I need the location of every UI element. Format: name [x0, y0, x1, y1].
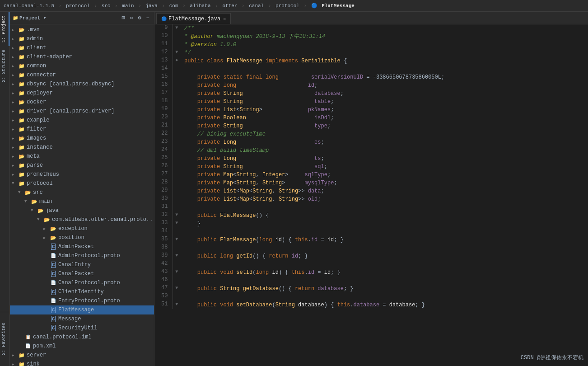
- tree-item[interactable]: ▼📂java: [10, 206, 154, 215]
- tab-close-button[interactable]: ✕: [223, 16, 226, 22]
- breadcrumb-item[interactable]: protocol: [275, 3, 299, 9]
- tree-arrow: ▶: [12, 127, 18, 132]
- tree-item[interactable]: 📄pom.xml: [10, 342, 154, 351]
- tree-arrow: ▶: [43, 226, 50, 231]
- tree-item[interactable]: ▶📁connector: [10, 70, 154, 80]
- fold-indicator[interactable]: ▼: [173, 285, 181, 293]
- code-content: private long id;: [181, 81, 588, 89]
- fold-indicator[interactable]: ▼: [173, 220, 181, 228]
- breadcrumb-item[interactable]: main: [122, 3, 134, 9]
- breadcrumb-item[interactable]: canal-canal-1.1.5: [4, 3, 54, 9]
- tree-label: docker: [27, 99, 46, 105]
- tree-icon-folder-blue: 📁: [18, 63, 25, 69]
- fold-indicator: [173, 81, 181, 89]
- tree-item[interactable]: 📄AdminProtocol.proto: [10, 251, 154, 260]
- tree-item[interactable]: ▶📂exception: [10, 224, 154, 233]
- fold-indicator[interactable]: ▼: [173, 268, 181, 277]
- tree-icon-folder: 📂: [37, 207, 44, 214]
- tree-item[interactable]: ▶📁admin: [10, 34, 154, 43]
- tree-icon-folder-blue: 📁: [18, 144, 25, 150]
- breadcrumb-item[interactable]: otter: [222, 3, 237, 9]
- breadcrumb-sep: ›: [182, 3, 188, 9]
- breadcrumb-item[interactable]: canal: [249, 3, 264, 9]
- tree-item[interactable]: ▶📁common: [10, 61, 154, 70]
- tree-item[interactable]: ▶📁dbsync [canal.parse.dbsync]: [10, 80, 154, 89]
- tree-item[interactable]: 📄EntryProtocol.proto: [10, 296, 154, 305]
- tree-item[interactable]: ▶📁prometheus: [10, 170, 154, 179]
- code-content: * @author machengyuan 2018-9-13 下午10:31:…: [181, 33, 588, 41]
- line-number: 35: [154, 236, 173, 244]
- tree-item[interactable]: ▶📁sink: [10, 360, 154, 366]
- fold-indicator[interactable]: ▼: [173, 236, 181, 244]
- line-number: 31: [154, 203, 173, 211]
- line-number: 30: [154, 195, 173, 203]
- tree-item[interactable]: ▼📂main: [10, 197, 154, 206]
- scroll-to-source-button[interactable]: ⇔: [128, 14, 135, 22]
- breadcrumb-item[interactable]: com: [169, 3, 178, 9]
- tree-item[interactable]: ▶📂images: [10, 134, 154, 143]
- tree-item[interactable]: ▶📂meta: [10, 152, 154, 161]
- tree-item[interactable]: ▶📂position: [10, 233, 154, 242]
- fold-indicator[interactable]: ▼: [173, 24, 181, 33]
- fold-indicator[interactable]: ▼: [173, 252, 181, 260]
- vtab-structure[interactable]: 2: Structure: [0, 46, 9, 86]
- tab-flatmessage[interactable]: 🔵 FlatMessage.java ✕: [156, 13, 231, 24]
- tree-item[interactable]: ▶📁filter: [10, 125, 154, 134]
- tree-item[interactable]: ▶📂docker: [10, 98, 154, 107]
- tree-icon-folder-blue: 📁: [18, 352, 25, 358]
- tree-item[interactable]: ▶📁client-adapter: [10, 52, 154, 61]
- tree-item[interactable]: ▶📁instance: [10, 143, 154, 152]
- breadcrumb-sep: ›: [115, 3, 121, 9]
- tree-item[interactable]: ▶📁deployer: [10, 89, 154, 98]
- code-content: /**: [181, 24, 588, 33]
- settings-button[interactable]: ⚙: [136, 14, 143, 22]
- tree-label: CanalEntry: [58, 262, 91, 268]
- tree-item[interactable]: ▶📁example: [10, 116, 154, 125]
- fold-indicator[interactable]: ▼: [173, 301, 181, 309]
- line-number: 21: [154, 122, 173, 130]
- tree-item[interactable]: ▶📂.mvn: [10, 25, 154, 34]
- fold-indicator[interactable]: ▼: [173, 49, 181, 57]
- project-tree: ▶📂.mvn▶📁admin▶📁client▶📁client-adapter▶📁c…: [10, 24, 154, 366]
- tree-label: main: [39, 198, 52, 205]
- code-content: * @version 1.0.0: [181, 41, 588, 49]
- breadcrumb-item[interactable]: src: [102, 3, 111, 9]
- code-editor[interactable]: 9▼/**10 * @author machengyuan 2018-9-13 …: [154, 24, 588, 366]
- breadcrumb-item[interactable]: alibaba: [190, 3, 210, 9]
- fold-indicator[interactable]: ●: [173, 57, 181, 65]
- tree-label: images: [27, 135, 46, 141]
- breadcrumb-sep: ›: [215, 3, 221, 9]
- close-panel-button[interactable]: −: [144, 14, 151, 22]
- code-row: 34: [154, 228, 588, 236]
- tree-item[interactable]: CMessage: [10, 314, 154, 324]
- tree-icon-xml: 📄: [24, 343, 32, 349]
- code-content: [181, 65, 588, 73]
- tree-item[interactable]: CAdminPacket: [10, 242, 154, 251]
- tree-item[interactable]: ▶📁client: [10, 43, 154, 52]
- tree-item[interactable]: CClientIdentity: [10, 287, 154, 296]
- tree-item[interactable]: CCanalPacket: [10, 269, 154, 278]
- fold-indicator[interactable]: ▼: [173, 211, 181, 220]
- tree-item[interactable]: CFlatMessage: [10, 305, 154, 314]
- tree-item[interactable]: ▶📁parse: [10, 161, 154, 170]
- tree-item[interactable]: 📄CanalProtocol.proto: [10, 278, 154, 287]
- breadcrumb-item[interactable]: protocol: [66, 3, 90, 9]
- breadcrumb-sep: ›: [242, 3, 247, 9]
- vtab-project[interactable]: 1: Project: [0, 12, 9, 46]
- tree-item[interactable]: ▼📂com.alibaba.otter.canal.proto...: [10, 215, 154, 224]
- tree-icon-folder-blue: 📁: [18, 117, 25, 123]
- tree-item[interactable]: 📋canal.protocol.iml: [10, 333, 154, 342]
- tree-item[interactable]: ▶📁driver [canal.parse.driver]: [10, 107, 154, 116]
- vtab-favorites[interactable]: 2: Favorites: [0, 319, 9, 359]
- fold-indicator: [173, 98, 181, 106]
- collapse-all-button[interactable]: ⊞: [120, 14, 127, 22]
- tree-label: server: [27, 352, 46, 358]
- tree-label: admin: [27, 36, 43, 42]
- breadcrumb-item[interactable]: java: [146, 3, 158, 9]
- tree-item[interactable]: ▼📁protocol: [10, 179, 154, 188]
- tree-item[interactable]: CSecurityUtil: [10, 324, 154, 333]
- tree-item[interactable]: ▼📂src: [10, 188, 154, 197]
- tree-item[interactable]: CCanalEntry: [10, 260, 154, 269]
- tree-item[interactable]: ▶📁server: [10, 351, 154, 360]
- tree-label: connector: [27, 72, 56, 78]
